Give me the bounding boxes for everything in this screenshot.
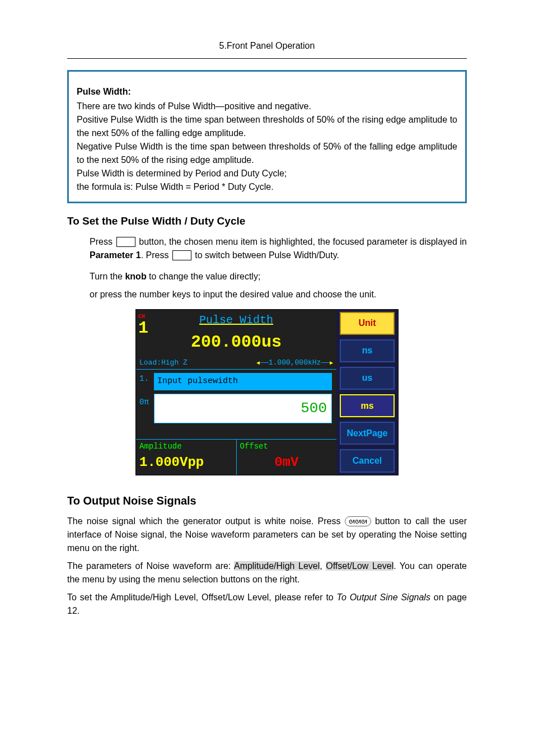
text: The noise signal which the generator out… bbox=[67, 516, 345, 526]
info-line-3: Negative Pulse Width is the time span be… bbox=[77, 140, 457, 167]
offset-low-level: Offset/Low Level bbox=[326, 561, 394, 571]
offset-label: Offset bbox=[240, 441, 334, 452]
device-bottom-row: Amplitude 1.000Vpp Offset 0mV bbox=[136, 439, 336, 475]
amplitude-cell[interactable]: Amplitude 1.000Vpp bbox=[136, 440, 237, 475]
device-main-area: CH 1 Pulse Width 200.000us Load:High Z ◄… bbox=[136, 310, 336, 475]
page-header: 5.Front Panel Operation bbox=[0, 0, 534, 58]
menu-unit-button[interactable]: Unit bbox=[340, 312, 395, 335]
row-num-1: 1. bbox=[139, 373, 154, 396]
menu-ms-button[interactable]: ms bbox=[340, 394, 395, 417]
text: to switch between Pulse Width/Duty. bbox=[193, 250, 339, 260]
blank-key-icon bbox=[116, 237, 135, 247]
noise-para-2: The parameters of Noise waveform are: Am… bbox=[67, 559, 467, 586]
section-heading-noise: To Output Noise Signals bbox=[67, 492, 467, 509]
info-line-1: There are two kinds of Pulse Width—posit… bbox=[77, 100, 457, 113]
para-press-button: Press button, the chosen menu item is hi… bbox=[90, 235, 467, 262]
freq-value: 1.000,000kHz bbox=[269, 358, 321, 367]
parameter-1-label: Parameter 1 bbox=[90, 250, 141, 260]
text: Turn the bbox=[90, 272, 125, 281]
noise-para-3: To set the Amplitude/High Level, Offset/… bbox=[67, 591, 467, 618]
offset-value: 0mV bbox=[240, 452, 334, 473]
channel-badge: CH 1 bbox=[138, 314, 148, 337]
arrow-right-icon: ► bbox=[330, 360, 333, 366]
info-line-4: Pulse Width is determined by Period and … bbox=[77, 167, 457, 180]
device-menu: Unit ns us ms NextPage Cancel bbox=[336, 310, 398, 475]
page-content: Pulse Width: There are two kinds of Puls… bbox=[0, 70, 534, 618]
device-row-numbers: 1. 0π bbox=[136, 370, 154, 423]
section-heading-pulse-width: To Set the Pulse Width / Duty Cycle bbox=[67, 213, 467, 230]
text: button, the chosen menu item is highligh… bbox=[137, 237, 467, 246]
noise-icon: ᘛᘛᘛ bbox=[345, 516, 371, 526]
text: to change the value directly; bbox=[147, 272, 261, 281]
noise-para-1: The noise signal which the generator out… bbox=[67, 515, 467, 555]
para-knob: Turn the knob to change the value direct… bbox=[90, 270, 467, 283]
info-line-2: Positive Pulse Width is the time span be… bbox=[77, 113, 457, 140]
para-number-keys: or press the number keys to input the de… bbox=[90, 288, 467, 301]
device-screen: CH 1 Pulse Width 200.000us Load:High Z ◄… bbox=[135, 309, 399, 475]
ch-number: 1 bbox=[138, 319, 148, 338]
text: Press bbox=[90, 237, 115, 246]
input-pulsewidth-label: Input pulsewidth bbox=[154, 373, 332, 390]
text: The parameters of Noise waveform are: bbox=[67, 561, 234, 571]
amplitude-high-level: Amplitude/High Level bbox=[234, 561, 320, 571]
menu-nextpage-button[interactable]: NextPage bbox=[340, 422, 395, 445]
text: To set the Amplitude/High Level, Offset/… bbox=[67, 592, 337, 602]
input-pulsewidth-value[interactable]: 500 bbox=[154, 394, 332, 423]
row-num-2: 0π bbox=[139, 396, 154, 420]
info-title: Pulse Width: bbox=[77, 85, 457, 99]
info-line-5: the formula is: Pulse Width = Period * D… bbox=[77, 180, 457, 194]
menu-ns-button[interactable]: ns bbox=[340, 339, 395, 362]
header-rule bbox=[67, 58, 467, 59]
device-screenshot: CH 1 Pulse Width 200.000us Load:High Z ◄… bbox=[67, 309, 467, 475]
menu-us-button[interactable]: us bbox=[340, 367, 395, 390]
offset-cell[interactable]: Offset 0mV bbox=[237, 440, 337, 475]
device-title: Pulse Width bbox=[199, 314, 273, 326]
sine-signals-ref: To Output Sine Signals bbox=[337, 592, 430, 602]
menu-cancel-button[interactable]: Cancel bbox=[340, 449, 395, 472]
blank-key-icon bbox=[172, 250, 191, 260]
load-label: Load:High Z bbox=[139, 357, 188, 368]
amplitude-value: 1.000Vpp bbox=[139, 452, 233, 473]
knob-label: knob bbox=[125, 272, 146, 281]
device-main-value: 200.000us bbox=[136, 329, 336, 357]
amplitude-label: Amplitude bbox=[139, 441, 233, 452]
text: . Press bbox=[141, 250, 171, 260]
arrow-left-icon: ◄ bbox=[256, 360, 260, 366]
pulse-width-info-box: Pulse Width: There are two kinds of Puls… bbox=[67, 70, 467, 203]
text: , bbox=[320, 561, 326, 571]
